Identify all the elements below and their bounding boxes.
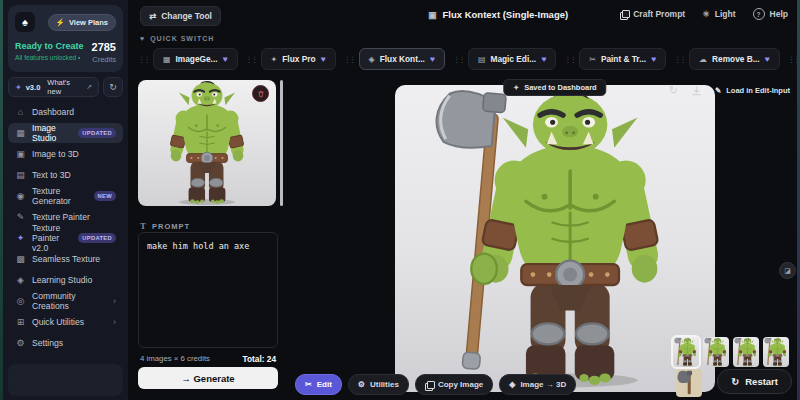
regenerate-icon[interactable]: ↻ [669,84,678,97]
tab-label: Magic Edi... [490,54,536,64]
cube-icon: ◈ [369,55,375,64]
sidebar-refresh-button[interactable]: ↻ [103,77,123,97]
prompt-input[interactable]: make him hold an axe [138,232,278,348]
tab-magic-editor[interactable]: ▤ Magic Edi... ♥ [468,48,556,70]
drag-handle-icon[interactable]: ⋮⋮ [138,55,149,64]
result-thumbnail-2[interactable] [703,337,729,367]
sidebar-item-texture-generator[interactable]: ◉ Texture Generator NEW [8,186,123,206]
heart-icon: ♥ [140,35,145,42]
sidebar-footer-card [8,364,123,396]
ready-title: Ready to Create [15,41,84,51]
result-thumbnail-3[interactable] [733,337,759,367]
tab-flux-kontext[interactable]: ◈ Flux Kont... ♥ [359,48,445,70]
sidebar-item-label: Texture Painter v2.0 [32,223,72,253]
sidebar-item-learning-studio[interactable]: ◈ Learning Studio [8,270,123,290]
brush-icon: ✎ [15,212,26,222]
drag-handle-icon[interactable]: ⋮⋮ [246,55,257,64]
chevron-right-icon: › [113,317,116,327]
sidebar-item-settings[interactable]: ⚙ Settings [8,333,123,353]
sidebar-item-label: Community Creations [32,291,107,311]
sidebar: ♠ ⚡ View Plans Ready to Create All featu… [3,0,128,400]
sidebar-item-label: Seamless Texture [32,254,100,264]
sidebar-item-label: Text to 3D [32,170,71,180]
favorite-heart-icon[interactable]: ♥ [651,54,656,64]
saved-toast: ✦ Saved to Dashboard [503,79,606,96]
sidebar-item-image-to-3d[interactable]: ▣ Image to 3D [8,144,123,164]
drag-handle-icon[interactable]: ⋮⋮ [674,55,685,64]
load-in-edit-input-button[interactable]: ✎ Load in Edit-Input [715,86,790,95]
craft-prompt-button[interactable]: Craft Prompt [620,9,685,19]
sun-icon: ☀ [702,9,710,19]
generate-button[interactable]: → Generate [138,367,278,389]
sidebar-item-image-studio[interactable]: ▦ Image Studio UPDATED [8,123,123,143]
result-image [395,85,715,392]
lightning-icon: ⚡ [56,18,65,27]
change-tool-button[interactable]: ⇄ Change Tool [140,6,221,26]
view-plans-button[interactable]: ⚡ View Plans [48,14,116,31]
question-icon: ? [753,8,765,20]
copy-image-button[interactable]: Copy Image [415,374,493,395]
favorite-heart-icon[interactable]: ♥ [765,54,770,64]
scissors-icon: ✂ [589,55,596,64]
result-thumbnail-1[interactable] [673,337,699,367]
tab-label: Flux Pro [282,54,315,64]
pencil-icon: ✎ [715,86,721,95]
sidebar-item-community-creations[interactable]: ◎ Community Creations › [8,291,123,311]
restart-label: Restart [745,376,778,387]
result-thumbnails [673,337,789,367]
favorite-heart-icon[interactable]: ♥ [430,54,435,64]
favorite-heart-icon[interactable]: ♥ [223,54,228,64]
sidebar-item-quick-utilities[interactable]: ⊞ Quick Utilities › [8,312,123,332]
texture-icon: ◉ [15,191,26,201]
utilities-button[interactable]: ⚙ Utilities [348,374,409,395]
tool-title-label: Flux Kontext (Single-Image) [443,9,569,20]
help-button[interactable]: ? Help [753,8,788,20]
globe-icon: ◎ [15,296,26,306]
change-tool-label: Change Tool [161,11,212,21]
sidebar-item-label: Dashboard [32,107,74,117]
quick-switch-heading: ♥ QUICK SWITCH [140,35,214,42]
sidebar-item-texture-painter-v2[interactable]: ✦ Texture Painter v2.0 UPDATED [8,228,123,248]
whats-new-button[interactable]: ✦ v3.0 What's new ↗ [8,77,99,97]
drag-handle-icon[interactable]: ⋮⋮ [453,55,464,64]
delete-input-image-button[interactable] [252,85,269,102]
craft-prompt-label: Craft Prompt [633,9,685,19]
edit-button[interactable]: ✂ Edit [295,374,342,395]
tab-remove-background[interactable]: ☁ Remove B... ♥ [689,48,780,70]
scissors-icon: ✂ [305,380,312,389]
panel-scrollbar[interactable] [280,80,283,206]
cube-icon: ◈ [509,380,515,389]
panel-toggle-button[interactable]: ◪ [779,262,796,279]
version-number: v3.0 [26,83,41,92]
view-plans-label: View Plans [69,18,108,27]
tab-paint-transfer[interactable]: ✂ Paint & Tr... ♥ [579,48,666,70]
image-to-3d-label: Image → 3D [520,380,566,389]
result-thumbnail-4[interactable] [763,337,789,367]
drag-handle-icon[interactable]: ⋮⋮ [564,55,575,64]
axe-image [676,369,702,397]
sidebar-item-text-to-3d[interactable]: ▤ Text to 3D [8,165,123,185]
sidebar-item-dashboard[interactable]: ⌂ Dashboard [8,102,123,122]
whats-new-label: What's new [47,78,82,96]
help-label: Help [770,9,788,19]
tab-flux-pro[interactable]: ✦ Flux Pro ♥ [261,48,336,70]
download-icon[interactable] [691,85,702,96]
home-icon: ⌂ [15,107,26,117]
tab-label: ImageGe... [176,54,218,64]
favorite-heart-icon[interactable]: ♥ [541,54,546,64]
favorite-heart-icon[interactable]: ♥ [320,54,325,64]
collapse-icon: ◪ [784,267,791,275]
edit-label: Edit [317,380,332,389]
quick-switch-label: QUICK SWITCH [150,35,214,42]
sidebar-item-label: Image Studio [32,123,72,143]
image-3d-icon: ▣ [15,149,26,159]
quick-switch-bar: ⋮⋮ ▦ ImageGe... ♥ ⋮⋮ ✦ Flux Pro ♥ ⋮⋮ ◈ F… [138,48,800,70]
tab-image-generator[interactable]: ▦ ImageGe... ♥ [153,48,238,70]
sidebar-nav: ⌂ Dashboard ▦ Image Studio UPDATED ▣ Ima… [3,102,128,353]
image-to-3d-button[interactable]: ◈ Image → 3D [499,374,576,395]
axe-reference-thumbnail[interactable] [676,369,702,397]
restart-button[interactable]: ↻ Restart [717,369,792,394]
drag-handle-icon[interactable]: ⋮⋮ [344,55,355,64]
light-theme-button[interactable]: ☀ Light [702,9,735,19]
app-window: ♠ ⚡ View Plans Ready to Create All featu… [0,0,800,400]
